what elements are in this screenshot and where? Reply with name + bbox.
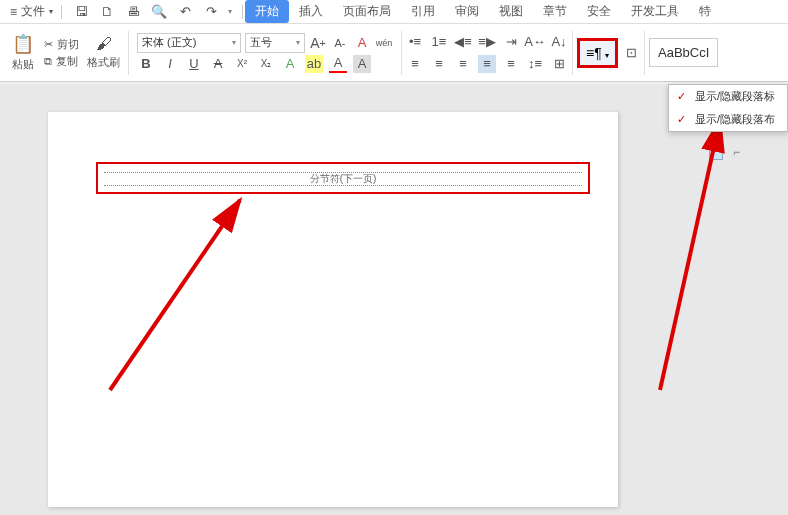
pilcrow-icon: ≡¶ xyxy=(586,45,602,61)
ribbon: 📋 粘贴 ✂ 剪切 ⧉ 复制 🖌 格式刷 宋体 (正文) ▾ 五号 ▾ A+ A… xyxy=(0,24,788,82)
workspace: 分节符(下一页) ⌐ xyxy=(0,84,788,515)
cut-button[interactable]: ✂ 剪切 xyxy=(44,37,79,52)
superscript-button[interactable]: X² xyxy=(233,55,251,73)
cut-label: 剪切 xyxy=(57,37,79,52)
show-hide-formatting-button[interactable]: ≡¶ ▾ xyxy=(577,38,618,68)
separator xyxy=(401,31,402,75)
nav-pane-thumb[interactable]: ⌐ xyxy=(709,144,740,160)
document-page[interactable]: 分节符(下一页) xyxy=(48,112,618,507)
save-icon[interactable]: 🖫 xyxy=(72,3,90,21)
tab-references[interactable]: 引用 xyxy=(401,0,445,23)
show-hide-group: ≡¶ ▾ xyxy=(577,38,618,68)
tab-review[interactable]: 审阅 xyxy=(445,0,489,23)
increase-indent-button[interactable]: ≡▶ xyxy=(478,33,496,51)
chevron-down-icon: ▾ xyxy=(232,38,236,47)
decrease-font-button[interactable]: A- xyxy=(331,34,349,52)
italic-button[interactable]: I xyxy=(161,55,179,73)
dropdown-item-label: 显示/隐藏段落标 xyxy=(695,89,775,104)
chevron-down-icon: ▾ xyxy=(296,38,300,47)
undo-icon[interactable]: ↶ xyxy=(176,3,194,21)
check-icon: ✓ xyxy=(677,90,687,103)
underline-button[interactable]: U xyxy=(185,55,203,73)
tab-stops-button[interactable]: ⇥ xyxy=(502,33,520,51)
phonetic-button[interactable]: wén xyxy=(375,34,393,52)
ribbon-tabs: 开始 插入 页面布局 引用 审阅 视图 章节 安全 开发工具 特 xyxy=(245,0,721,23)
align-right-button[interactable]: ≡ xyxy=(454,55,472,73)
chevron-down-icon: ▾ xyxy=(49,7,53,16)
text-effects-button[interactable]: A xyxy=(281,55,299,73)
toggle-paragraph-layout[interactable]: ✓ 显示/隐藏段落布 xyxy=(669,108,787,131)
file-menu[interactable]: ≡ 文件 ▾ xyxy=(4,3,59,20)
section-break-label: 分节符(下一页) xyxy=(310,172,377,186)
font-name-value: 宋体 (正文) xyxy=(142,35,196,50)
decrease-indent-button[interactable]: ◀≡ xyxy=(454,33,472,51)
style-normal[interactable]: AaBbCcI xyxy=(649,38,718,67)
char-scale-button[interactable]: A↔ xyxy=(526,33,544,51)
tab-chapter[interactable]: 章节 xyxy=(533,0,577,23)
font-size-value: 五号 xyxy=(250,35,272,50)
separator xyxy=(572,31,573,75)
align-distribute-button[interactable]: ≡ xyxy=(502,55,520,73)
print-icon[interactable]: 🖶 xyxy=(124,3,142,21)
sort-button[interactable]: A↓ xyxy=(550,33,568,51)
tab-page-layout[interactable]: 页面布局 xyxy=(333,0,401,23)
tab-extra[interactable]: 特 xyxy=(689,0,721,23)
preview-icon[interactable]: 🔍 xyxy=(150,3,168,21)
paste-button[interactable]: 📋 粘贴 xyxy=(6,31,40,74)
section-break[interactable]: 分节符(下一页) xyxy=(104,172,582,186)
page-icon xyxy=(709,144,723,160)
copy-button[interactable]: ⧉ 复制 xyxy=(44,54,79,69)
subscript-button[interactable]: X₂ xyxy=(257,55,275,73)
clipboard-group: ✂ 剪切 ⧉ 复制 xyxy=(44,37,79,69)
tab-home[interactable]: 开始 xyxy=(245,0,289,23)
paste-label: 粘贴 xyxy=(12,57,34,72)
bullets-button[interactable]: •≡ xyxy=(406,33,424,51)
tab-insert[interactable]: 插入 xyxy=(289,0,333,23)
align-center-button[interactable]: ≡ xyxy=(430,55,448,73)
borders-button[interactable]: ⊞ xyxy=(550,55,568,73)
tab-security[interactable]: 安全 xyxy=(577,0,621,23)
font-group: 宋体 (正文) ▾ 五号 ▾ A+ A- A wén B I U A X² X₂… xyxy=(133,33,397,73)
clipboard-icon: 📋 xyxy=(12,33,34,55)
paragraph-group: •≡ 1≡ ◀≡ ≡▶ ⇥ A↔ A↓ ≡ ≡ ≡ ≡ ≡ ↕≡ ⊞ xyxy=(406,33,568,73)
separator xyxy=(242,5,243,19)
format-painter-button[interactable]: 🖌 格式刷 xyxy=(83,35,124,70)
tab-view[interactable]: 视图 xyxy=(489,0,533,23)
page-container: 分节符(下一页) xyxy=(0,84,788,515)
align-left-button[interactable]: ≡ xyxy=(406,55,424,73)
brush-icon: 🖌 xyxy=(96,35,112,53)
scissors-icon: ✂ xyxy=(44,38,53,51)
numbering-button[interactable]: 1≡ xyxy=(430,33,448,51)
increase-font-button[interactable]: A+ xyxy=(309,34,327,52)
file-label: 文件 xyxy=(21,3,45,20)
strikethrough-button[interactable]: A xyxy=(209,55,227,73)
font-size-combo[interactable]: 五号 ▾ xyxy=(245,33,305,53)
menubar: ≡ 文件 ▾ 🖫 🗋 🖶 🔍 ↶ ↷ ▾ 开始 插入 页面布局 引用 审阅 视图… xyxy=(0,0,788,24)
style-sample-text: AaBbCcI xyxy=(658,45,709,60)
shading-button[interactable]: A xyxy=(353,55,371,73)
line-spacing-button[interactable]: ↕≡ xyxy=(526,55,544,73)
toggle-paragraph-marks[interactable]: ✓ 显示/隐藏段落标 xyxy=(669,85,787,108)
heading-nav-button[interactable]: ⊡ xyxy=(622,44,640,62)
brush-label: 格式刷 xyxy=(87,55,120,70)
quick-access-toolbar: 🖫 🗋 🖶 🔍 ↶ ↷ ▾ xyxy=(64,3,240,21)
align-justify-button[interactable]: ≡ xyxy=(478,55,496,73)
highlight-button[interactable]: ab xyxy=(305,55,323,73)
redo-icon[interactable]: ↷ xyxy=(202,3,220,21)
copy-icon: ⧉ xyxy=(44,55,52,68)
copy-label: 复制 xyxy=(56,54,78,69)
separator xyxy=(61,5,62,19)
chevron-down-icon[interactable]: ▾ xyxy=(228,7,232,16)
check-icon: ✓ xyxy=(677,113,687,126)
dropdown-item-label: 显示/隐藏段落布 xyxy=(695,112,775,127)
cursor-icon: ⌐ xyxy=(733,145,740,159)
separator xyxy=(128,31,129,75)
separator xyxy=(644,31,645,75)
tab-developer[interactable]: 开发工具 xyxy=(621,0,689,23)
font-name-combo[interactable]: 宋体 (正文) ▾ xyxy=(137,33,241,53)
clear-format-button[interactable]: A xyxy=(353,34,371,52)
bold-button[interactable]: B xyxy=(137,55,155,73)
save-as-icon[interactable]: 🗋 xyxy=(98,3,116,21)
hamburger-icon: ≡ xyxy=(10,5,17,19)
font-color-button[interactable]: A xyxy=(329,55,347,73)
